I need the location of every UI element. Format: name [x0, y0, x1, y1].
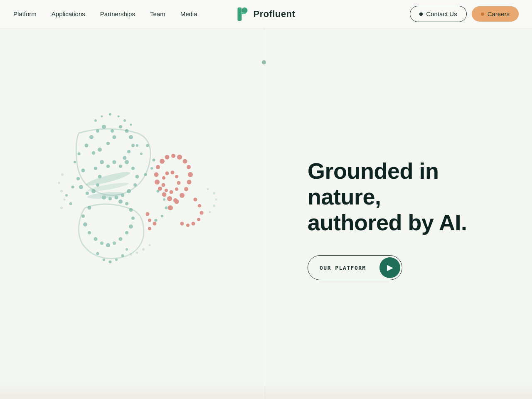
contact-us-button[interactable]: Contact Us: [410, 6, 466, 22]
svg-point-64: [136, 144, 138, 147]
nav-link-platform[interactable]: Platform: [13, 10, 37, 17]
bottom-gradient: [0, 382, 532, 399]
svg-point-17: [123, 156, 127, 160]
svg-point-18: [81, 169, 85, 172]
hero-heading: Grounded in nature, authored by AI.: [308, 158, 507, 235]
svg-point-9: [106, 142, 110, 145]
svg-point-98: [154, 172, 159, 177]
svg-point-62: [140, 153, 143, 155]
svg-point-58: [150, 167, 153, 170]
svg-rect-0: [237, 7, 241, 21]
svg-point-110: [162, 183, 165, 187]
svg-point-54: [69, 202, 72, 205]
logo-icon: [236, 7, 250, 22]
svg-point-15: [131, 144, 135, 147]
svg-point-120: [148, 227, 151, 230]
svg-point-104: [171, 171, 175, 175]
svg-point-47: [119, 237, 123, 241]
nav-left: Platform Applications Partnerships Team …: [13, 10, 197, 17]
svg-point-40: [81, 214, 85, 218]
svg-point-31: [131, 167, 135, 170]
svg-point-26: [100, 160, 104, 164]
svg-point-42: [88, 231, 91, 234]
svg-point-81: [126, 248, 128, 251]
svg-point-12: [119, 125, 122, 128]
svg-point-7: [92, 151, 95, 155]
svg-point-95: [165, 155, 170, 160]
svg-point-44: [100, 241, 103, 245]
svg-point-128: [60, 207, 63, 209]
nav-link-media[interactable]: Media: [180, 10, 197, 17]
svg-point-48: [125, 231, 128, 234]
svg-point-106: [177, 181, 181, 185]
svg-rect-1: [241, 7, 247, 13]
svg-point-137: [207, 188, 209, 190]
svg-point-119: [180, 222, 184, 226]
svg-point-129: [149, 244, 151, 246]
svg-point-45: [106, 243, 110, 247]
svg-point-101: [162, 192, 167, 197]
svg-point-56: [71, 186, 74, 189]
nav-link-partnerships[interactable]: Partnerships: [100, 10, 135, 17]
svg-point-74: [123, 119, 126, 122]
nav-link-applications[interactable]: Applications: [52, 10, 85, 17]
svg-point-85: [168, 205, 173, 210]
svg-point-29: [119, 165, 122, 168]
svg-point-126: [60, 190, 63, 192]
svg-point-97: [156, 165, 160, 169]
svg-point-16: [127, 150, 131, 153]
svg-point-88: [184, 187, 188, 191]
svg-point-14: [129, 135, 133, 139]
careers-button[interactable]: Careers: [472, 6, 519, 22]
svg-point-53: [118, 200, 123, 204]
svg-point-5: [102, 125, 106, 129]
svg-point-116: [197, 218, 200, 221]
svg-point-25: [94, 167, 97, 170]
platform-arrow-icon: ▶: [379, 257, 400, 278]
svg-point-115: [200, 211, 204, 215]
svg-point-136: [213, 192, 215, 195]
svg-point-113: [194, 198, 197, 202]
svg-point-108: [170, 190, 173, 194]
svg-point-77: [103, 259, 105, 261]
svg-point-133: [209, 211, 211, 213]
logo-text: Profluent: [253, 9, 295, 20]
svg-point-135: [215, 199, 217, 201]
svg-point-121: [153, 222, 157, 226]
svg-point-132: [130, 253, 132, 256]
svg-point-11: [111, 129, 114, 133]
svg-point-70: [94, 119, 97, 122]
svg-point-3: [89, 135, 94, 139]
protein-svg: [25, 50, 258, 341]
svg-point-105: [175, 175, 178, 178]
svg-point-118: [186, 224, 190, 227]
svg-point-19: [76, 177, 80, 180]
svg-point-46: [113, 241, 116, 245]
svg-point-111: [162, 176, 165, 180]
svg-point-109: [165, 189, 168, 192]
divider-dot-icon: [262, 60, 266, 64]
hero-heading-line1: Grounded in nature,: [308, 158, 438, 209]
svg-point-20: [79, 185, 83, 189]
svg-point-78: [109, 261, 112, 264]
svg-point-102: [167, 196, 172, 201]
logo[interactable]: Profluent: [236, 7, 295, 22]
svg-point-99: [155, 180, 160, 185]
svg-point-75: [130, 124, 132, 126]
svg-point-90: [188, 172, 193, 177]
svg-point-68: [161, 215, 163, 217]
svg-point-66: [163, 198, 165, 201]
svg-point-72: [109, 113, 111, 116]
contact-dot-icon: [419, 12, 423, 16]
nav-right: Contact Us Careers: [410, 6, 519, 22]
nav-link-team[interactable]: Team: [150, 10, 165, 17]
svg-point-93: [177, 155, 182, 160]
vertical-divider: [264, 28, 264, 399]
svg-point-61: [78, 153, 81, 155]
our-platform-label: OUR PLATFORM: [308, 258, 378, 278]
svg-point-112: [165, 172, 169, 175]
hero-section: Grounded in nature, authored by AI. OUR …: [0, 0, 532, 399]
hero-heading-line2: authored by AI.: [308, 210, 467, 235]
our-platform-button[interactable]: OUR PLATFORM ▶: [308, 255, 402, 280]
svg-point-69: [155, 219, 158, 222]
